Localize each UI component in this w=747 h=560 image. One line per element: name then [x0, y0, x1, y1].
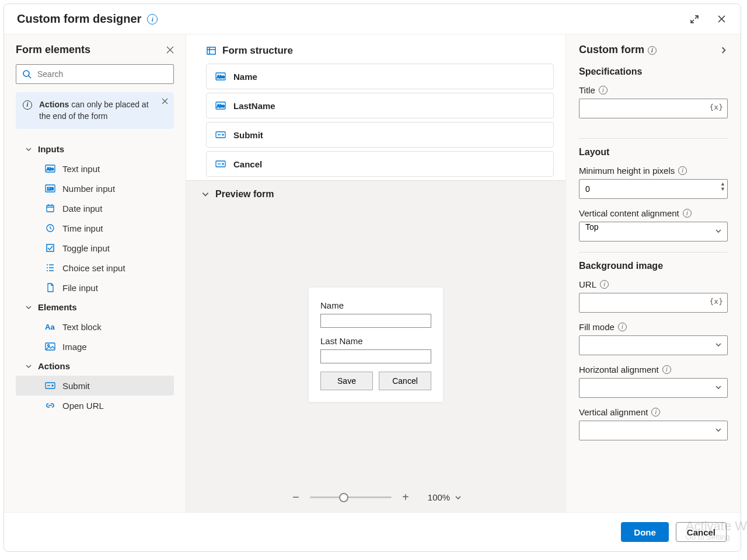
element-item[interactable]: Choice set input — [16, 258, 174, 278]
element-item-label: Time input — [62, 223, 103, 233]
titlebar: Custom form designer i — [4, 4, 741, 34]
chevron-right-icon[interactable] — [720, 46, 728, 54]
structure-item-label: Submit — [233, 130, 263, 140]
info-icon[interactable]: i — [648, 46, 657, 55]
valign-label: Vertical content alignmenti — [579, 208, 728, 218]
valign2-select[interactable] — [579, 421, 728, 440]
info-icon[interactable]: i — [618, 323, 627, 331]
svg-point-21 — [222, 163, 224, 164]
svg-text:Abc: Abc — [217, 75, 224, 79]
element-item[interactable]: Submit — [16, 376, 174, 396]
element-item[interactable]: File input — [16, 278, 174, 298]
image-icon — [45, 341, 55, 352]
search-field — [16, 64, 174, 84]
chevron-down-icon[interactable] — [201, 190, 210, 198]
structure-item-label: Name — [233, 72, 257, 82]
valign-select[interactable]: Top — [579, 222, 728, 242]
chevron-down-icon[interactable] — [455, 494, 462, 501]
structure-item-label: LastName — [233, 101, 275, 111]
abc-icon: Abc — [215, 100, 226, 111]
fillmode-select[interactable] — [579, 335, 728, 355]
url-label: URLi — [579, 279, 728, 289]
element-item[interactable]: Date input — [16, 198, 174, 218]
structure-item[interactable]: Submit — [206, 122, 554, 148]
minheight-input[interactable] — [579, 179, 728, 199]
info-icon[interactable]: i — [651, 408, 660, 416]
chevron-down-icon — [25, 304, 32, 311]
svg-rect-7 — [47, 244, 54, 251]
zoom-slider[interactable] — [310, 496, 392, 498]
fx-button[interactable]: {x} — [710, 297, 723, 306]
info-icon[interactable]: i — [147, 14, 158, 24]
element-item[interactable]: Time input — [16, 218, 174, 238]
expand-icon[interactable] — [688, 13, 701, 26]
group-inputs[interactable]: Inputs — [16, 139, 174, 159]
dismiss-banner-icon[interactable] — [162, 98, 168, 104]
info-icon[interactable]: i — [599, 86, 608, 94]
info-icon[interactable]: i — [678, 166, 687, 175]
element-item[interactable]: AbcText input — [16, 159, 174, 178]
choice-icon — [45, 262, 55, 273]
svg-text:123: 123 — [47, 187, 54, 191]
preview-name-input[interactable] — [320, 314, 431, 328]
close-panel-icon[interactable] — [166, 46, 174, 54]
group-elements-label: Elements — [38, 302, 77, 312]
toggle-icon — [45, 243, 55, 253]
done-button[interactable]: Done — [621, 522, 669, 542]
element-item-label: Image — [62, 342, 87, 352]
preview-save-button[interactable]: Save — [320, 372, 373, 390]
element-item-label: Open URL — [62, 401, 104, 411]
halign-select[interactable] — [579, 378, 728, 398]
structure-item[interactable]: AbcName — [206, 64, 554, 89]
preview-lastname-input[interactable] — [320, 349, 431, 363]
svg-rect-5 — [47, 205, 54, 212]
element-item[interactable]: 123Number input — [16, 178, 174, 198]
title-label: Titlei — [579, 85, 728, 95]
group-inputs-label: Inputs — [38, 144, 64, 154]
element-item[interactable]: Open URL — [16, 396, 174, 415]
num-icon: 123 — [45, 183, 55, 194]
zoom-out-button[interactable]: − — [290, 491, 302, 504]
preview-cancel-button[interactable]: Cancel — [379, 372, 431, 390]
element-item-label: File input — [62, 283, 98, 293]
element-item-label: Toggle input — [62, 243, 110, 253]
fx-button[interactable]: {x} — [710, 103, 723, 111]
info-icon[interactable]: i — [662, 365, 671, 374]
halign-label: Horizontal alignmenti — [579, 365, 728, 374]
close-icon[interactable] — [715, 13, 728, 26]
search-input[interactable] — [16, 64, 174, 84]
textblock-icon: Aa — [45, 321, 55, 332]
svg-point-19 — [222, 134, 224, 135]
group-elements[interactable]: Elements — [16, 298, 174, 317]
group-actions[interactable]: Actions — [16, 356, 174, 376]
zoom-in-button[interactable]: + — [400, 491, 411, 504]
preview-name-label: Name — [320, 300, 431, 310]
form-elements-panel: Form elements i Actions can only be plac… — [4, 34, 186, 512]
element-item[interactable]: AaText block — [16, 317, 174, 337]
info-icon: i — [23, 100, 32, 110]
zoom-bar: − + 100% — [186, 485, 566, 512]
link-icon — [45, 400, 55, 411]
structure-item-label: Cancel — [233, 159, 262, 169]
chevron-down-icon — [25, 363, 32, 370]
properties-panel: Custom formi Specifications Titlei {x} L… — [566, 34, 741, 512]
structure-item[interactable]: AbcLastName — [206, 93, 554, 118]
cancel-button[interactable]: Cancel — [676, 522, 727, 542]
group-actions-label: Actions — [38, 361, 70, 371]
title-input[interactable] — [579, 99, 728, 118]
action-icon — [215, 159, 226, 169]
chevron-down-icon — [25, 146, 32, 153]
structure-item[interactable]: Cancel — [206, 151, 554, 177]
element-item[interactable]: Image — [16, 337, 174, 356]
minheight-stepper[interactable]: ▲▼ — [720, 181, 725, 192]
action-icon — [45, 380, 55, 391]
svg-text:Aa: Aa — [45, 323, 55, 331]
info-icon[interactable]: i — [600, 280, 609, 289]
time-icon — [45, 223, 55, 233]
element-item[interactable]: Toggle input — [16, 238, 174, 258]
info-banner: i Actions can only be placed at the end … — [16, 92, 174, 129]
url-input[interactable] — [579, 293, 728, 313]
svg-rect-13 — [207, 47, 215, 54]
svg-point-0 — [23, 71, 29, 76]
info-icon[interactable]: i — [683, 209, 692, 218]
